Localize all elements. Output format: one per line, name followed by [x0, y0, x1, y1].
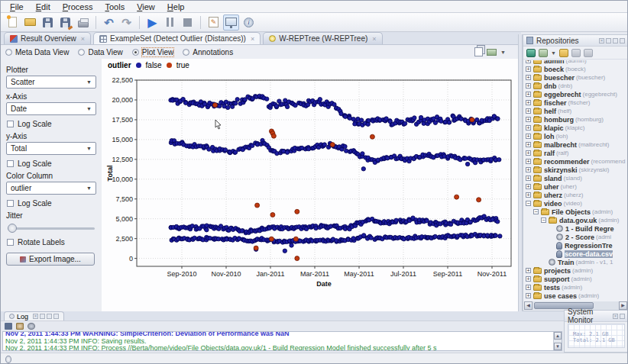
repo-tree-item[interactable]: +loh(loh) — [526, 132, 626, 140]
expand-icon[interactable]: + — [526, 108, 531, 114]
scroll-left-icon[interactable]: ◀ — [524, 301, 533, 310]
y-log-scale-checkbox[interactable]: Log Scale — [7, 159, 96, 168]
save-as-button[interactable] — [57, 14, 73, 31]
scroll-down-icon[interactable]: ▼ — [554, 343, 562, 350]
expand-icon[interactable]: + — [526, 268, 531, 273]
expand-icon[interactable]: + — [526, 92, 531, 97]
expand-icon[interactable]: + — [526, 142, 531, 147]
repo-tree-item[interactable]: +dnb(dnb) — [526, 82, 626, 90]
repo-tree-item[interactable]: +malbrecht(malbrecht) — [526, 140, 626, 149]
maximize-icon[interactable] — [620, 314, 625, 319]
plotter-select[interactable]: Scatter▼ — [6, 76, 96, 89]
expand-icon[interactable]: + — [526, 134, 531, 139]
expand-icon[interactable]: + — [526, 176, 531, 181]
export-image-button[interactable]: Export Image... — [6, 253, 95, 266]
radio-meta-data-view[interactable]: Meta Data View — [5, 48, 69, 56]
open-button[interactable] — [22, 14, 38, 31]
repo-tree-item[interactable]: RegressionTre — [526, 241, 626, 250]
repo-tree-item[interactable]: −data.gov.uk(admin) — [526, 216, 626, 224]
expand-icon[interactable]: + — [526, 285, 531, 290]
repo-tree-item[interactable]: Train(admin - v1, 1 — [526, 258, 626, 266]
clear-log-icon[interactable] — [16, 323, 24, 330]
slider-thumb[interactable] — [8, 224, 17, 233]
x-axis-select[interactable]: Date▼ — [6, 102, 96, 115]
repo-tree-item[interactable]: +eggebrecht(eggebrecht) — [526, 90, 626, 98]
repo-tree-item[interactable]: +klapic(klapic) — [526, 124, 626, 132]
repo-tree-item[interactable]: +homburg(homburg) — [526, 115, 626, 124]
menu-help[interactable]: Help — [161, 2, 191, 11]
color-column-select[interactable]: outlier▼ — [6, 182, 96, 195]
rotate-labels-checkbox[interactable]: Rotate Labels — [7, 238, 96, 246]
close-icon[interactable]: × — [33, 314, 38, 319]
new-folder-icon[interactable] — [559, 49, 568, 57]
repo-tree-item[interactable]: +uher(uher) — [526, 182, 626, 191]
results-perspective-button[interactable] — [223, 14, 239, 31]
tab-w-reptree-w-reptree[interactable]: W-REPTree (W-REPTree)× — [263, 32, 382, 44]
expand-icon[interactable]: + — [526, 60, 531, 63]
close-tab-icon[interactable]: × — [81, 35, 85, 43]
scroll-right-icon[interactable]: ▶ — [619, 301, 627, 310]
radio-annotations[interactable]: Annotations — [183, 48, 233, 56]
radio-data-view[interactable]: Data View — [78, 48, 122, 56]
repo-tree-item[interactable]: +recommender(recommend — [526, 157, 626, 166]
undo-button[interactable]: ↶ — [101, 14, 117, 31]
repo-tree-item[interactable]: 2 - Score(admi — [526, 233, 626, 241]
repo-tree-item[interactable]: +buescher(buescher) — [526, 73, 626, 82]
save-log-icon[interactable] — [5, 323, 12, 330]
menu-file[interactable]: File — [4, 2, 30, 11]
redo-button[interactable]: ↷ — [118, 14, 134, 31]
close-icon[interactable]: × — [599, 38, 604, 43]
expand-icon[interactable]: + — [526, 83, 531, 89]
expand-icon[interactable]: + — [526, 276, 531, 282]
collapse-icon[interactable]: − — [526, 201, 531, 206]
expand-icon[interactable]: + — [526, 150, 531, 156]
minimize-icon[interactable] — [53, 314, 59, 319]
expand-icon[interactable]: + — [526, 66, 531, 72]
y-axis-select[interactable]: Total▼ — [6, 142, 96, 155]
export-dropdown-caret-icon[interactable]: ▼ — [551, 50, 556, 56]
print-button[interactable] — [75, 14, 91, 31]
close-tab-icon[interactable]: × — [251, 35, 254, 43]
repo-tree-item[interactable]: +use cases(admin) — [526, 292, 626, 300]
save-button[interactable] — [40, 14, 56, 31]
design-perspective-button[interactable]: ✎ — [206, 14, 222, 31]
expand-icon[interactable]: + — [526, 184, 531, 189]
tab-exampleset-detect-outlier-distances[interactable]: ExampleSet (Detect Outlier (Distances))× — [93, 32, 261, 44]
x-log-scale-checkbox[interactable]: Log Scale — [7, 120, 96, 128]
export-dropdown-caret-icon[interactable]: ▼ — [500, 50, 506, 55]
menu-edit[interactable]: Edit — [30, 2, 57, 11]
color-log-scale-checkbox[interactable]: Log Scale — [7, 199, 96, 208]
repo-tree-item[interactable]: +projects(admin) — [526, 266, 626, 275]
minimize-icon[interactable] — [620, 38, 625, 43]
menu-tools[interactable]: Tools — [99, 2, 131, 11]
repo-tree-item[interactable]: +skirzynski(skirzynski) — [526, 166, 626, 174]
repo-tree-item[interactable]: +helf(helf) — [526, 107, 626, 115]
maximize-icon[interactable] — [40, 314, 45, 319]
repo-tree-item[interactable]: +tests(admin) — [526, 283, 626, 292]
pause-button[interactable] — [162, 14, 178, 31]
close-icon[interactable]: × — [613, 314, 618, 319]
radio-plot-view[interactable]: Plot View — [132, 48, 174, 56]
tab-result-overview[interactable]: Result Overview× — [4, 32, 91, 44]
run-button[interactable]: ▶ — [144, 14, 160, 31]
repo-tree-item[interactable]: +support(admin) — [526, 275, 626, 283]
repo-tree-item[interactable]: −File Objects(admin) — [526, 208, 626, 216]
detach-icon[interactable] — [613, 38, 618, 43]
expand-icon[interactable]: + — [526, 293, 531, 298]
collapse-icon[interactable]: − — [541, 217, 546, 223]
detach-icon[interactable] — [47, 314, 52, 319]
paste-entry-icon[interactable] — [584, 49, 593, 57]
expand-icon[interactable]: + — [526, 159, 531, 164]
menu-view[interactable]: View — [131, 2, 161, 11]
import-icon[interactable] — [526, 49, 536, 57]
expand-icon[interactable]: + — [526, 117, 531, 122]
export-icon[interactable] — [539, 49, 548, 57]
expand-icon[interactable]: + — [526, 100, 531, 105]
info-button[interactable]: i — [241, 14, 257, 31]
search-log-icon[interactable] — [28, 323, 35, 330]
export-image-icon[interactable] — [487, 49, 497, 56]
expand-icon[interactable]: + — [526, 192, 531, 198]
scroll-up-icon[interactable]: ▲ — [554, 332, 562, 340]
log-tab[interactable]: Log × — [4, 311, 64, 321]
vertical-scrollbar[interactable]: ▲ ▼ — [553, 332, 562, 350]
